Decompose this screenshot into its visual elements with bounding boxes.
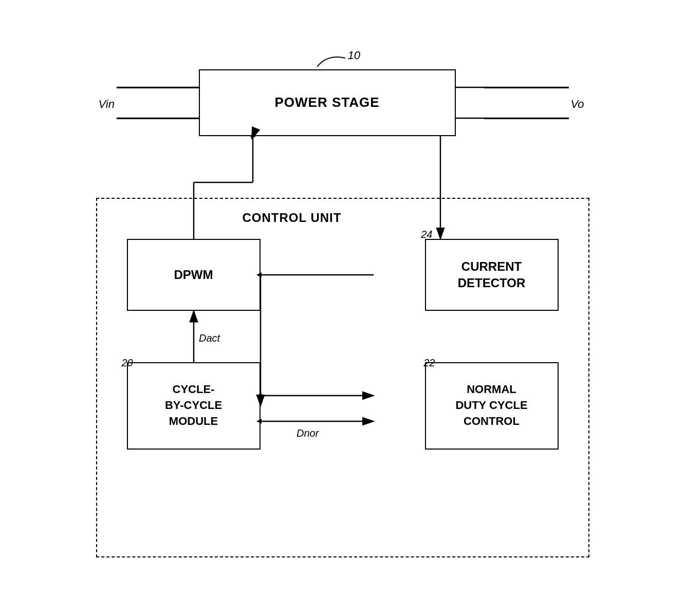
vo-rail-top [484,87,569,89]
ref-20: 20 [122,357,133,369]
vin-label: Vin [99,98,115,111]
dpwm-label: DPWM [174,268,213,282]
power-stage-block: POWER STAGE [199,69,456,136]
current-detector-block: CURRENTDETECTOR [425,239,559,311]
vin-rail-bottom [117,118,201,120]
cycle-by-cycle-label: CYCLE-BY-CYCLEMODULE [165,382,222,429]
control-unit-label: CONTROL UNIT [243,211,342,225]
normal-duty-cycle-label: NORMALDUTY CYCLECONTROL [455,382,527,429]
ref-10: 10 [348,49,360,62]
svg-line-5 [252,136,253,139]
vin-rail-top [117,87,201,89]
power-stage-label: POWER STAGE [274,95,379,110]
ref-24: 24 [421,229,432,240]
normal-duty-cycle-block: NORMALDUTY CYCLECONTROL [425,362,559,450]
diagram-container: 10 Vin Vo POWER STAGE CONTROL UNIT DPWM … [60,39,625,578]
vo-rail-bottom [484,118,569,120]
current-detector-label: CURRENTDETECTOR [458,258,526,290]
vo-label: Vo [570,98,584,111]
cycle-by-cycle-block: CYCLE-BY-CYCLEMODULE [127,362,261,450]
dpwm-block: DPWM [127,239,261,311]
ref-22: 22 [423,357,435,369]
